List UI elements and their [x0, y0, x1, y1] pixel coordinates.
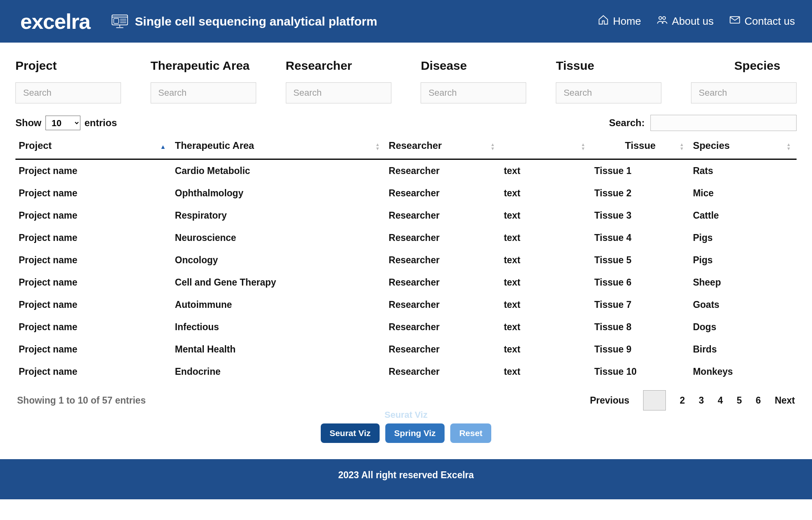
filter-species-input[interactable] [691, 82, 797, 103]
cell-disease: text [501, 338, 591, 361]
seurat-viz-button[interactable]: Seurat Viz [321, 423, 380, 443]
mail-icon [729, 14, 741, 28]
col-disease[interactable]: ▲▼ [501, 134, 591, 159]
pager-next[interactable]: Next [775, 395, 795, 406]
svg-rect-10 [730, 17, 739, 23]
table-row[interactable]: Project nameRespiratoryResearchertextTis… [15, 204, 797, 227]
cell-species: Pigs [690, 227, 797, 249]
cell-disease: text [501, 271, 591, 294]
cell-species: Mice [690, 182, 797, 204]
data-table-wrap: Project ▲ Therapeutic Area ▲▼ Researcher… [0, 134, 812, 383]
cell-project: Project name [15, 249, 172, 271]
col-therapeutic[interactable]: Therapeutic Area ▲▼ [172, 134, 386, 159]
cell-project: Project name [15, 338, 172, 361]
filter-disease: Disease [421, 59, 526, 103]
cell-species: Cattle [690, 204, 797, 227]
cell-tissue: Tissue 3 [591, 204, 690, 227]
cell-therapeutic_area: Cell and Gene Therapy [172, 271, 386, 294]
cell-disease: text [501, 316, 591, 338]
nav-links: Home About us Contact us [598, 14, 795, 28]
filter-project-input[interactable] [15, 82, 121, 103]
cell-tissue: Tissue 10 [591, 361, 690, 383]
filter-project-label: Project [15, 59, 121, 73]
page-footer: 2023 All right reserved Excelra [0, 459, 812, 499]
filter-tissue: Tissue [556, 59, 661, 103]
cell-researcher: Researcher [385, 204, 501, 227]
users-icon [657, 14, 668, 28]
cell-species: Dogs [690, 316, 797, 338]
table-row[interactable]: Project nameOncologyResearchertextTissue… [15, 249, 797, 271]
cell-disease: text [501, 204, 591, 227]
header-bar: excelra Single cell sequencing analytica… [0, 0, 812, 43]
nav-home[interactable]: Home [598, 14, 641, 28]
cell-tissue: Tissue 5 [591, 249, 690, 271]
pager-prev[interactable]: Previous [590, 395, 629, 406]
show-entries: Show 10 entrios [15, 116, 117, 130]
col-project-label: Project [19, 140, 52, 151]
filter-disease-input[interactable] [421, 82, 526, 103]
cell-researcher: Researcher [385, 271, 501, 294]
cell-species: Goats [690, 294, 797, 316]
col-researcher[interactable]: Researcher ▲▼ [385, 134, 501, 159]
cell-researcher: Researcher [385, 227, 501, 249]
table-controls: Show 10 entrios Search: [0, 107, 812, 134]
filter-disease-label: Disease [421, 59, 526, 73]
filter-species: Species [691, 59, 797, 103]
cell-project: Project name [15, 227, 172, 249]
col-project[interactable]: Project ▲ [15, 134, 172, 159]
spring-viz-button[interactable]: Spring Viz [385, 423, 445, 443]
nav-about[interactable]: About us [657, 14, 714, 28]
reset-button[interactable]: Reset [450, 423, 491, 443]
cell-disease: text [501, 361, 591, 383]
sort-icon: ▲▼ [375, 143, 380, 150]
cell-tissue: Tissue 8 [591, 316, 690, 338]
pager-current[interactable] [643, 390, 666, 410]
cell-species: Pigs [690, 249, 797, 271]
pager-page-2[interactable]: 2 [680, 395, 685, 406]
cell-therapeutic_area: Infectious [172, 316, 386, 338]
filter-tissue-input[interactable] [556, 82, 661, 103]
filters-row: Project Therapeutic Area Researcher Dise… [0, 43, 812, 107]
entries-select[interactable]: 10 [45, 116, 80, 130]
global-search-label: Search: [609, 117, 645, 129]
nav-about-label: About us [672, 15, 714, 28]
filter-therapeutic-input[interactable] [151, 82, 256, 103]
pager-page-6[interactable]: 6 [756, 395, 761, 406]
sort-icon: ▲▼ [490, 143, 495, 150]
table-row[interactable]: Project nameOphthalmologyResearchertextT… [15, 182, 797, 204]
table-row[interactable]: Project nameEndocrineResearchertextTissu… [15, 361, 797, 383]
filter-therapeutic-label: Therapeutic Area [151, 59, 256, 73]
cell-therapeutic_area: Ophthalmology [172, 182, 386, 204]
sort-icon: ▲▼ [581, 143, 585, 150]
cell-disease: text [501, 159, 591, 183]
cell-project: Project name [15, 271, 172, 294]
table-row[interactable]: Project nameInfectiousResearchertextTiss… [15, 316, 797, 338]
svg-point-8 [659, 17, 662, 19]
cell-tissue: Tissue 7 [591, 294, 690, 316]
cell-species: Sheep [690, 271, 797, 294]
col-species[interactable]: Species ▲▼ [690, 134, 797, 159]
table-row[interactable]: Project nameMental HealthResearchertextT… [15, 338, 797, 361]
table-row[interactable]: Project nameNeuroscienceResearchertextTi… [15, 227, 797, 249]
table-row[interactable]: Project nameCell and Gene TherapyResearc… [15, 271, 797, 294]
col-tissue-label: Tissue [625, 140, 656, 151]
nav-contact[interactable]: Contact us [729, 14, 795, 28]
table-row[interactable]: Project nameAutoimmuneResearchertextTiss… [15, 294, 797, 316]
cell-project: Project name [15, 204, 172, 227]
filter-researcher: Researcher [286, 59, 391, 103]
pager-page-3[interactable]: 3 [699, 395, 704, 406]
pager-page-5[interactable]: 5 [737, 395, 742, 406]
cell-species: Rats [690, 159, 797, 183]
svg-rect-2 [114, 18, 119, 23]
global-search-input[interactable] [650, 115, 797, 131]
col-tissue[interactable]: Tissue ▲▼ [591, 134, 690, 159]
brand-logo: excelra [20, 9, 90, 34]
filter-researcher-input[interactable] [286, 82, 391, 103]
cell-species: Monkeys [690, 361, 797, 383]
table-row[interactable]: Project nameCardio MetabolicResearcherte… [15, 159, 797, 183]
cell-therapeutic_area: Respiratory [172, 204, 386, 227]
cell-therapeutic_area: Oncology [172, 249, 386, 271]
cell-project: Project name [15, 159, 172, 183]
filter-project: Project [15, 59, 121, 103]
pager-page-4[interactable]: 4 [718, 395, 723, 406]
